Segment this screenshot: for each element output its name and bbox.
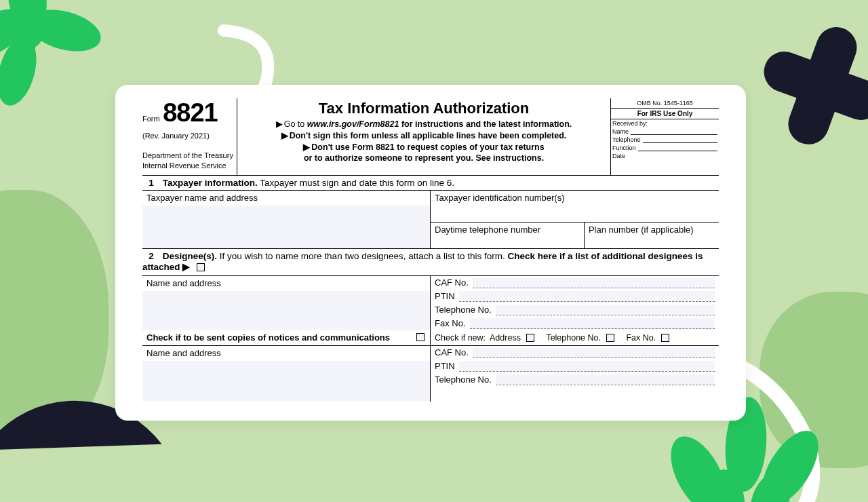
warning-copies-1: ▶Don't use Form 8821 to request copies o… (243, 142, 605, 152)
svg-rect-5 (783, 22, 863, 149)
header-center: Tax Information Authorization ▶Go to www… (237, 98, 610, 175)
form-card: Form 8821 (Rev. January 2021) Department… (115, 85, 746, 421)
svg-point-10 (751, 422, 827, 502)
form-department: Department of the Treasury Internal Reve… (142, 151, 237, 171)
svg-point-3 (0, 33, 43, 110)
taxpayer-grid: Taxpayer name and address Taxpayer ident… (142, 191, 719, 249)
taxpayer-tin[interactable]: Taxpayer identification number(s) (431, 191, 719, 223)
svg-point-12 (745, 469, 795, 502)
form-title: Tax Information Authorization (243, 100, 605, 117)
svg-rect-6 (758, 45, 868, 125)
designee1-name-input[interactable] (142, 291, 430, 330)
svg-point-2 (24, 3, 106, 59)
warning-sign: ▶Don't sign this form unless all applica… (243, 130, 605, 140)
form-revision: (Rev. January 2021) (142, 132, 237, 140)
designee1-ifnew: Check if new: Address Telephone No. Fax … (431, 330, 719, 345)
taxpayer-plan[interactable]: Plan number (if applicable) (585, 223, 719, 248)
designee1-tel-input[interactable] (496, 305, 715, 315)
designee2-name-label: Name and address (142, 346, 430, 361)
designee1-fax-input[interactable] (470, 318, 715, 329)
form-word: Form (142, 115, 160, 123)
taxpayer-right: Taxpayer identification number(s) Daytim… (431, 191, 719, 248)
additional-designees-checkbox[interactable] (197, 263, 205, 271)
designee2-ptin-input[interactable] (459, 361, 715, 372)
form-header: Form 8821 (Rev. January 2021) Department… (142, 98, 719, 176)
svg-point-11 (704, 468, 747, 502)
designee-block-2: Name and address CAF No. PTIN Telephone … (142, 346, 719, 402)
svg-point-4 (3, 10, 44, 51)
form-number: 8821 (163, 98, 218, 127)
designee1-notice-row: Check if to be sent copies of notices an… (142, 330, 430, 345)
svg-point-0 (3, 0, 52, 36)
svg-point-1 (0, 0, 35, 69)
bg-blob-right (760, 292, 868, 468)
header-left: Form 8821 (Rev. January 2021) Department… (142, 98, 237, 175)
designee1-caf-input[interactable] (473, 277, 715, 288)
taxpayer-phone[interactable]: Daytime telephone number (431, 223, 585, 248)
section-1-header: 1 Taxpayer information. Taxpayer must si… (142, 176, 719, 191)
designee1-ptin-input[interactable] (459, 291, 715, 302)
designee1-notice-checkbox[interactable] (416, 333, 425, 341)
arrow-icon: ▶ (276, 119, 283, 129)
omb-number: OMB No. 1545-1165 (611, 98, 719, 109)
arrow-icon: ▶ (303, 142, 310, 152)
irs-date: Date (611, 152, 719, 160)
ifnew-tel-checkbox[interactable] (606, 334, 614, 342)
designee2-name-input[interactable] (142, 361, 430, 402)
designee2-tel-input[interactable] (496, 374, 715, 385)
warning-copies-2: or to authorize someone to represent you… (243, 153, 605, 163)
designee1-name-label: Name and address (142, 276, 430, 291)
designee2-caf-input[interactable] (473, 347, 715, 358)
svg-point-8 (660, 427, 738, 502)
header-right: OMB No. 1545-1165 For IRS Use Only Recei… (610, 98, 719, 175)
goto-line: ▶Go to www.irs.gov/Form8821 for instruct… (243, 119, 605, 129)
irs-function: Function (611, 144, 719, 152)
irs-name: Name (611, 128, 719, 136)
ifnew-fax-checkbox[interactable] (661, 334, 669, 342)
ifnew-address-checkbox[interactable] (526, 334, 534, 342)
irs-use-only: For IRS Use Only (611, 109, 719, 119)
green-flower-icon (0, 0, 115, 115)
dark-plus-icon (753, 14, 868, 149)
arrow-icon: ▶ (281, 131, 288, 140)
irs-telephone: Telephone (611, 136, 719, 144)
designee-block-1: Name and address Check if to be sent cop… (142, 276, 719, 346)
section-2-header: 2 Designee(s). If you wish to name more … (142, 249, 719, 276)
bg-blob-left (0, 190, 108, 448)
taxpayer-name-address[interactable]: Taxpayer name and address (142, 191, 431, 248)
irs-received: Received by: (611, 119, 719, 128)
